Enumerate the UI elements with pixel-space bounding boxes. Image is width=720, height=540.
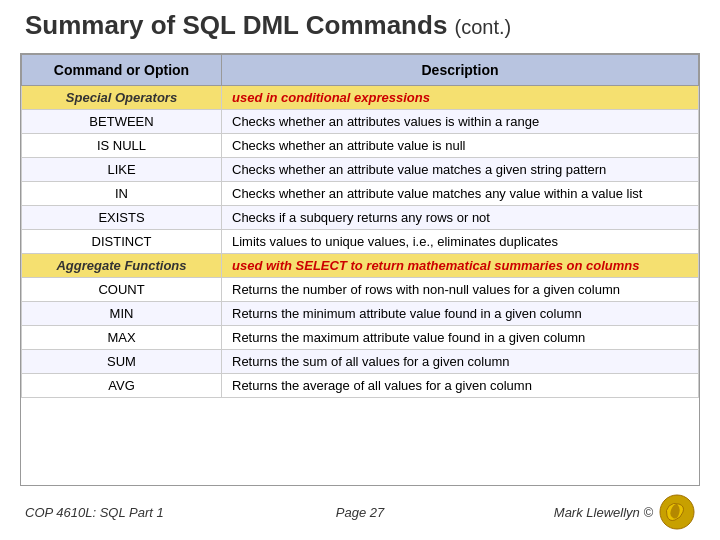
table-cell-description: Limits values to unique values, i.e., el…	[222, 230, 699, 254]
footer: COP 4610L: SQL Part 1 Page 27 Mark Llewe…	[20, 494, 700, 530]
col-header-description: Description	[222, 55, 699, 86]
table-row: SUMReturns the sum of all values for a g…	[22, 350, 699, 374]
footer-author: Mark Llewellyn ©	[472, 494, 695, 530]
commands-table: Command or Option Description Special Op…	[21, 54, 699, 398]
table-cell-command: IS NULL	[22, 134, 222, 158]
table-row: DISTINCTLimits values to unique values, …	[22, 230, 699, 254]
table-row: LIKEChecks whether an attribute value ma…	[22, 158, 699, 182]
table-cell-description: Checks whether an attribute value matche…	[222, 158, 699, 182]
table-cell-description: Checks whether an attribute value is nul…	[222, 134, 699, 158]
table-cell-command: LIKE	[22, 158, 222, 182]
table-cell-command: IN	[22, 182, 222, 206]
table-cell-command: Aggregate Functions	[22, 254, 222, 278]
table-cell-description: Returns the maximum attribute value foun…	[222, 326, 699, 350]
table-cell-command: BETWEEN	[22, 110, 222, 134]
title-main: Summary of SQL DML Commands	[25, 10, 447, 40]
footer-page: Page 27	[248, 505, 471, 520]
footer-author-text: Mark Llewellyn ©	[554, 505, 653, 520]
table-cell-description: used in conditional expressions	[222, 86, 699, 110]
table-cell-command: DISTINCT	[22, 230, 222, 254]
table-cell-command: SUM	[22, 350, 222, 374]
logo-icon	[659, 494, 695, 530]
table-cell-description: Returns the average of all values for a …	[222, 374, 699, 398]
table-cell-description: Returns the sum of all values for a give…	[222, 350, 699, 374]
table-cell-description: Checks if a subquery returns any rows or…	[222, 206, 699, 230]
title-sub: (cont.)	[455, 16, 512, 38]
table-row: MINReturns the minimum attribute value f…	[22, 302, 699, 326]
table-header-row: Command or Option Description	[22, 55, 699, 86]
table-cell-description: Returns the number of rows with non-null…	[222, 278, 699, 302]
table-cell-description: Checks whether an attributes values is w…	[222, 110, 699, 134]
col-header-command: Command or Option	[22, 55, 222, 86]
table-row: Special Operatorsused in conditional exp…	[22, 86, 699, 110]
table-cell-command: EXISTS	[22, 206, 222, 230]
table-row: EXISTSChecks if a subquery returns any r…	[22, 206, 699, 230]
table-cell-command: Special Operators	[22, 86, 222, 110]
table-cell-description: Checks whether an attribute value matche…	[222, 182, 699, 206]
table-row: BETWEENChecks whether an attributes valu…	[22, 110, 699, 134]
table-cell-command: MAX	[22, 326, 222, 350]
table-row: AVGReturns the average of all values for…	[22, 374, 699, 398]
page-title: Summary of SQL DML Commands (cont.)	[20, 10, 700, 41]
table-cell-description: Returns the minimum attribute value foun…	[222, 302, 699, 326]
table-row: Aggregate Functionsused with SELECT to r…	[22, 254, 699, 278]
footer-course: COP 4610L: SQL Part 1	[25, 505, 248, 520]
main-table-container: Command or Option Description Special Op…	[20, 53, 700, 486]
table-row: COUNTReturns the number of rows with non…	[22, 278, 699, 302]
table-row: INChecks whether an attribute value matc…	[22, 182, 699, 206]
table-cell-command: MIN	[22, 302, 222, 326]
table-cell-command: AVG	[22, 374, 222, 398]
table-row: MAXReturns the maximum attribute value f…	[22, 326, 699, 350]
table-row: IS NULLChecks whether an attribute value…	[22, 134, 699, 158]
table-cell-description: used with SELECT to return mathematical …	[222, 254, 699, 278]
table-cell-command: COUNT	[22, 278, 222, 302]
page: Summary of SQL DML Commands (cont.) Comm…	[0, 0, 720, 540]
